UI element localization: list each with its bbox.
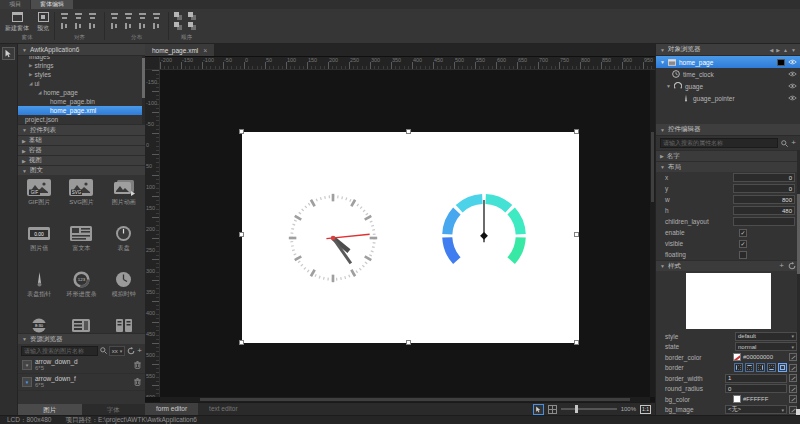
border-top-toggle[interactable] [745,363,754,372]
eye-icon[interactable] [788,59,797,65]
widget-gauge[interactable]: 表盘 [103,225,145,259]
object-time-clock[interactable]: time_clock [656,68,800,80]
tree-item-ui[interactable]: ◢ui [18,79,145,88]
move-right-icon[interactable]: ▶ [776,47,780,53]
tree-item-project-json[interactable]: project.json [18,115,145,124]
round-radius-reset-icon[interactable] [789,385,797,393]
eye-icon[interactable] [788,83,797,89]
floating-checkbox[interactable] [739,251,747,259]
design-page[interactable] [242,132,579,343]
widget-circle-progress[interactable]: 123 环形进度条 [60,271,102,305]
new-form-button[interactable]: 新建窗体 [5,12,29,33]
bg-image-select[interactable]: <无>▾ [725,405,787,414]
refresh-icon[interactable] [127,347,135,355]
selection-handle[interactable] [239,232,244,237]
border-width-input[interactable]: 1 [725,374,787,383]
delete-icon[interactable] [134,378,141,386]
selection-handle[interactable] [406,340,411,345]
selection-handle[interactable] [239,129,244,134]
tab-form-edit[interactable]: 窗体编辑 [31,0,73,9]
w-input[interactable]: 800 [733,195,795,204]
round-radius-input[interactable]: 0 [725,384,787,393]
move-down-icon[interactable]: ▼ [791,47,796,53]
widget-editor-header[interactable]: ▼ 控件编辑器 [656,124,800,136]
section-container[interactable]: ▶容器 [18,145,145,155]
widget-digital-clock[interactable]: 8:30 [18,317,60,333]
bring-forward-icon[interactable] [174,22,183,30]
tab-images[interactable]: 图片 [18,404,82,415]
distribute-v-bottom-icon[interactable] [138,22,147,30]
object-guage-pointer[interactable]: guage_pointer [656,92,800,104]
preview-button[interactable]: 预览 [37,12,49,33]
grid-toggle-icon[interactable] [548,405,557,414]
move-left-icon[interactable]: ◀ [769,47,773,53]
children-layout-input[interactable] [733,217,795,226]
reset-zoom-button[interactable]: 1:1 [640,405,651,414]
widget-text-selector[interactable] [60,317,102,333]
align-center-icon[interactable] [74,12,83,20]
border-bottom-toggle[interactable] [767,363,776,372]
eye-icon[interactable] [788,71,797,77]
distribute-v-gap-icon[interactable] [152,22,161,30]
border-left-toggle[interactable] [734,363,743,372]
state-select[interactable]: normal▾ [735,342,797,351]
close-icon[interactable]: × [203,47,207,54]
project-root-dropdown[interactable]: ▼ AwtkApplication6 [18,44,145,56]
style-select[interactable]: default▾ [735,332,797,341]
border-color-swatch[interactable] [733,353,741,361]
pointer-tool-toggle[interactable] [533,404,544,415]
selection-handle[interactable] [574,129,579,134]
border-right-toggle[interactable] [756,363,765,372]
resource-item[interactable]: ▾ arrow_down_d 6*5 [18,357,145,374]
select-tool-button[interactable] [2,47,15,60]
distribute-h-right-icon[interactable] [138,12,147,20]
border-all-toggle[interactable] [778,363,787,372]
align-middle-icon[interactable] [74,22,83,30]
resource-search-input[interactable] [21,346,98,356]
visible-checkbox[interactable]: ✓ [739,240,747,248]
section-image-text[interactable]: ▼图文 [18,165,145,175]
bring-front-icon[interactable] [174,12,183,20]
design-viewport[interactable] [160,70,650,397]
search-icon[interactable] [781,140,788,147]
section-basic[interactable]: ▶基础 [18,135,145,145]
align-right-icon[interactable] [88,12,97,20]
tab-form-editor[interactable]: form editor [145,403,198,415]
resource-item[interactable]: ▾ arrow_down_f 6*5 [18,374,145,391]
tree-item-strings[interactable]: ▶strings [18,61,145,70]
selection-handle[interactable] [574,340,579,345]
widget-svg-image[interactable]: SVG SVG图片 [60,179,102,213]
eye-icon[interactable] [788,95,797,101]
widget-list-view[interactable] [103,317,145,333]
refresh-style-icon[interactable] [788,262,796,270]
widget-analog-clock[interactable]: 模拟时钟 [103,271,145,305]
section-style[interactable]: ▼样式 + [656,260,800,271]
section-view[interactable]: ▶视图 [18,155,145,165]
tree-item-home-page[interactable]: ◢home_page [18,88,145,97]
property-search-input[interactable] [660,138,778,148]
y-input[interactable]: 0 [733,184,795,193]
tab-text-editor[interactable]: text editor [198,403,249,415]
distribute-h-left-icon[interactable] [110,12,119,20]
align-left-icon[interactable] [60,12,69,20]
widget-rich-text[interactable]: 富文本 [60,225,102,259]
tab-fonts[interactable]: 字体 [82,404,146,415]
distribute-h-gap-icon[interactable] [152,12,161,20]
h-input[interactable]: 480 [733,206,795,215]
widget-gauge-pointer[interactable]: 表盘指针 [18,271,60,305]
zoom-slider[interactable] [561,408,617,410]
distribute-h-center-icon[interactable] [124,12,133,20]
selection-handle[interactable] [574,232,579,237]
object-browser-header[interactable]: ▼ 对象浏览器 ◀ ▶ ▲ ▼ [656,44,800,56]
border-width-reset-icon[interactable] [789,374,797,382]
move-up-icon[interactable]: ▲ [783,47,788,53]
add-style-icon[interactable]: + [779,262,784,270]
search-icon[interactable] [100,347,107,354]
align-bottom-icon[interactable] [88,22,97,30]
bg-color-swatch[interactable] [733,395,741,403]
selection-handle[interactable] [239,340,244,345]
widget-image-value[interactable]: 0.00 图片值 [18,225,60,259]
resource-browser-header[interactable]: ▼ 资源浏览器 [18,333,145,344]
tree-item-styles[interactable]: ▶styles [18,70,145,79]
tree-item-home-page-xml[interactable]: home_page.xml [18,106,145,115]
